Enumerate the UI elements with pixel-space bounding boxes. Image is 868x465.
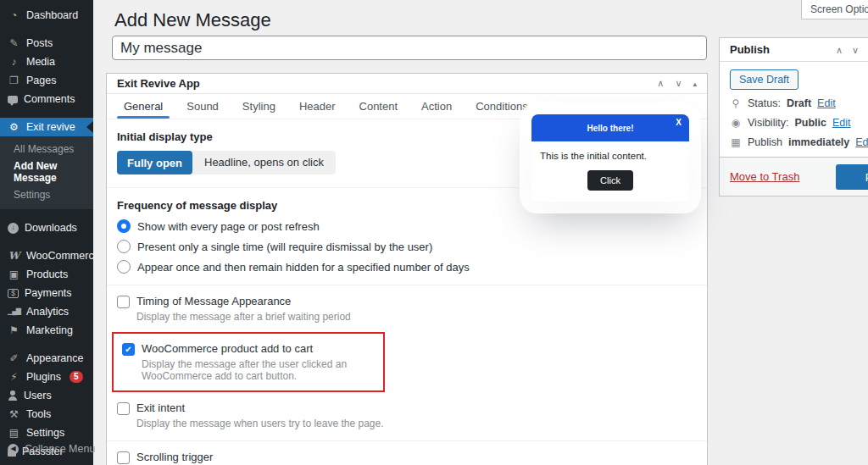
popup-click-button[interactable]: Click — [587, 170, 633, 191]
fully-open-button[interactable]: Fully open — [117, 151, 192, 174]
tab-general[interactable]: General — [112, 94, 175, 119]
posts-icon: ✎ — [8, 38, 20, 48]
sidebar-item-label: Downloads — [25, 222, 77, 234]
frequency-option-every-refresh[interactable]: Show with every page or post refresh — [117, 219, 697, 233]
trigger-label: Scrolling trigger — [136, 451, 550, 463]
sidebar-item-label: Users — [24, 390, 52, 401]
save-draft-button[interactable]: Save Draft — [730, 69, 798, 90]
frequency-option-single-time[interactable]: Present only a single time (will require… — [117, 240, 697, 253]
trigger-description: Display the message after a brief waitin… — [136, 311, 351, 323]
toggle-panel-icon[interactable]: ▴ — [693, 80, 697, 88]
edit-visibility-link[interactable]: Edit — [832, 117, 851, 129]
products-icon: ▣ — [8, 269, 20, 280]
move-up-icon[interactable]: ∧ — [836, 45, 843, 56]
popup-title: Hello there! — [587, 124, 633, 133]
tab-header[interactable]: Header — [287, 94, 348, 119]
admin-sidebar: ◔ Dashboard ✎ Posts ♪ Media ❐ Pages Comm… — [0, 0, 93, 465]
checkbox-checked[interactable] — [122, 343, 135, 356]
sidebar-item-tools[interactable]: ⚒ Tools — [0, 405, 93, 423]
frequency-option-hidden-days[interactable]: Appear once and then remain hidden for a… — [117, 260, 697, 274]
publish-panel: Publish ∧ ∨ Save Draft ⚲ Status: Draft E… — [719, 37, 868, 197]
publish-panel-body: Save Draft ⚲ Status: Draft Edit ◉ Visibi… — [720, 62, 868, 157]
metabox-title: Exit Revive App — [117, 77, 200, 90]
media-icon: ♪ — [8, 57, 20, 67]
edit-schedule-link[interactable]: Edit — [855, 136, 868, 148]
publish-schedule-label: Publish — [748, 136, 782, 148]
move-down-icon[interactable]: ∨ — [852, 45, 859, 56]
sidebar-item-pages[interactable]: ❐ Pages — [0, 71, 93, 90]
popup-header: Hello there! X — [531, 114, 689, 141]
metabox-header: Exit Revive App ∧ ∨ ▴ — [107, 74, 707, 94]
screen-options-tab[interactable]: Screen Options ▼ — [801, 0, 868, 19]
tab-content[interactable]: Content — [348, 94, 410, 119]
message-preview-popup: Hello there! X This is the initial conte… — [531, 114, 689, 202]
sidebar-item-exit-revive[interactable]: ⚙ Exit revive — [0, 118, 93, 136]
red-highlight-box: WooCommerce product add to cart Display … — [112, 332, 385, 392]
radio-option-label: Appear once and then remain hidden for a… — [137, 261, 470, 274]
screen-options-label: Screen Options — [810, 3, 868, 15]
sidebar-item-downloads[interactable]: ↓ Downloads — [0, 219, 93, 237]
sidebar-item-plugins[interactable]: ⚡ Plugins 5 — [0, 368, 93, 386]
move-to-trash-link[interactable]: Move to Trash — [730, 170, 799, 183]
sidebar-item-analytics[interactable]: ▁▄▇ Analytics — [0, 302, 93, 321]
radio-icon[interactable] — [117, 240, 131, 253]
metabox-controls: ∧ ∨ ▴ — [657, 78, 697, 89]
gear-icon: ⚙ — [8, 122, 20, 132]
publish-button[interactable]: Publish — [836, 164, 868, 190]
sidebar-item-posts[interactable]: ✎ Posts — [0, 34, 93, 53]
trigger-description: Display the message after the user click… — [142, 358, 375, 382]
submenu-item-all-messages[interactable]: All Messages — [0, 141, 93, 158]
tab-sound[interactable]: Sound — [175, 94, 231, 119]
sidebar-item-products[interactable]: ▣ Products — [0, 265, 93, 284]
radio-option-label: Show with every page or post refresh — [137, 220, 320, 233]
sidebar-item-marketing[interactable]: ⚑ Marketing — [0, 321, 93, 340]
radio-icon[interactable] — [117, 260, 131, 274]
tab-action[interactable]: Action — [409, 94, 464, 119]
sidebar-item-comments[interactable]: Comments — [0, 90, 93, 108]
sidebar-item-woocommerce[interactable]: W WooCommerce — [0, 246, 93, 265]
download-icon: ↓ — [8, 223, 19, 234]
trigger-label: WooCommerce product add to cart — [142, 342, 375, 355]
trigger-label: Exit intent — [136, 401, 384, 414]
edit-status-link[interactable]: Edit — [817, 97, 836, 109]
pin-icon: ⚲ — [730, 97, 742, 109]
sidebar-item-users[interactable]: Users — [0, 386, 93, 405]
appearance-icon: ✐ — [8, 353, 20, 363]
move-down-icon[interactable]: ∨ — [675, 78, 682, 89]
sidebar-item-appearance[interactable]: ✐ Appearance — [0, 349, 93, 368]
checkbox-unchecked[interactable] — [117, 402, 130, 415]
message-title-input[interactable] — [112, 36, 707, 60]
trigger-exit-intent: Exit intent Display the message when use… — [117, 401, 697, 429]
trigger-timing-of-message: Timing of Message Appearance Display the… — [117, 295, 697, 323]
eye-icon: ◉ — [730, 117, 742, 129]
sidebar-item-media[interactable]: ♪ Media — [0, 53, 93, 71]
users-icon — [8, 390, 18, 401]
move-up-icon[interactable]: ∧ — [657, 78, 664, 89]
trigger-text: Timing of Message Appearance Display the… — [136, 295, 351, 323]
dashboard-icon: ◔ — [8, 10, 20, 20]
payments-icon: $ — [8, 289, 19, 298]
tab-styling[interactable]: Styling — [231, 94, 287, 119]
collapse-menu-button[interactable]: ◀ Collapse Menu — [0, 440, 93, 458]
visibility-value: Public — [794, 117, 826, 129]
tab-conditions[interactable]: Conditions — [464, 94, 539, 119]
sidebar-item-payments[interactable]: $ Payments — [0, 284, 93, 302]
calendar-icon: ▦ — [730, 136, 742, 148]
headline-opens-on-click-button[interactable]: Headline, opens on click — [192, 151, 336, 174]
trigger-description: Display the message when users try to le… — [136, 418, 384, 429]
publish-panel-controls: ∧ ∨ — [836, 45, 859, 56]
sidebar-item-dashboard[interactable]: ◔ Dashboard — [0, 6, 93, 25]
status-value: Draft — [787, 97, 811, 109]
radio-selected-icon[interactable] — [117, 219, 131, 233]
sidebar-item-label: Analytics — [26, 306, 69, 318]
submenu-item-settings[interactable]: Settings — [0, 186, 93, 203]
sidebar-item-label: Payments — [25, 287, 72, 299]
submenu-item-add-new-message[interactable]: Add New Message — [0, 158, 93, 186]
trigger-text: Exit intent Display the message when use… — [136, 401, 384, 429]
checkbox-unchecked[interactable] — [117, 451, 130, 464]
close-icon[interactable]: X — [676, 118, 682, 127]
pages-icon: ❐ — [8, 75, 20, 86]
checkbox-unchecked[interactable] — [117, 296, 130, 308]
sidebar-item-label: Collapse Menu — [25, 443, 95, 455]
sidebar-item-label: Comments — [24, 93, 75, 105]
